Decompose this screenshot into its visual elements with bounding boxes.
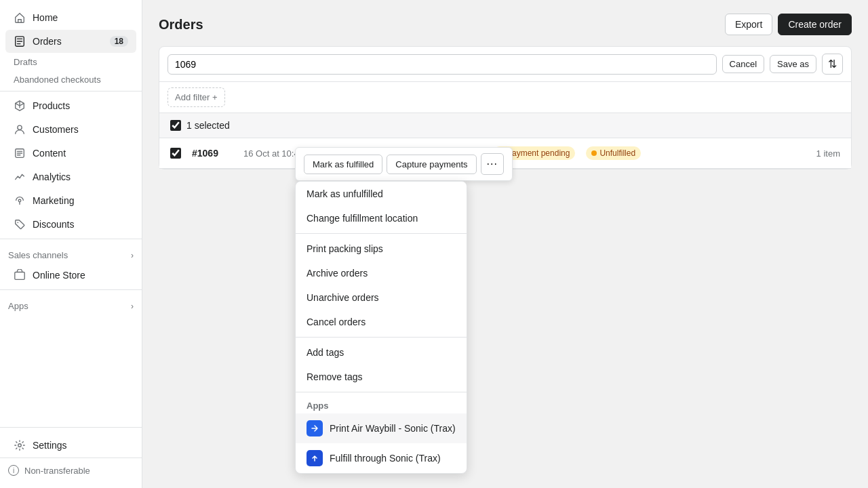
dropdown-item-unarchive[interactable]: Unarchive orders	[296, 285, 467, 310]
sidebar-sub-drafts[interactable]: Drafts	[5, 54, 136, 70]
dropdown-item-change-location[interactable]: Change fulfillment location	[296, 206, 467, 230]
chevron-right-icon: ›	[131, 251, 134, 260]
non-transferable[interactable]: i Non-transferable	[0, 458, 142, 483]
sidebar-item-customers[interactable]: Customers	[5, 118, 136, 141]
chevron-right-apps-icon: ›	[131, 302, 134, 311]
dropdown-item-label: Print packing slips	[307, 243, 383, 254]
orders-badge: 18	[110, 36, 128, 47]
dropdown-item-label: Unarchive orders	[307, 292, 379, 303]
content-icon	[14, 147, 26, 159]
action-toolbar: Mark as fulfilled Capture payments ···	[295, 147, 513, 181]
filter-bar: Add filter +	[159, 82, 851, 113]
dropdown-item-archive[interactable]: Archive orders	[296, 261, 467, 285]
capture-payments-button[interactable]: Capture payments	[387, 155, 476, 174]
dropdown-item-label: Change fulfillment location	[307, 213, 418, 224]
order-id[interactable]: #1069	[192, 148, 233, 159]
payment-status-label: Payment pending	[507, 148, 570, 158]
non-transferable-label: Non-transferable	[24, 466, 90, 476]
ellipsis-icon: ···	[487, 158, 498, 169]
online-store-icon	[14, 269, 26, 281]
home-icon	[14, 12, 26, 24]
dropdown-item-label: Add tags	[307, 347, 344, 358]
fulfillment-status-badge: Unfulfilled	[586, 146, 641, 160]
svg-rect-5	[15, 272, 24, 280]
apps-header[interactable]: Apps ›	[0, 296, 142, 314]
dropdown-item-add-tags[interactable]: Add tags	[296, 340, 467, 365]
dropdown-menu: Mark as unfulfilled Change fulfillment l…	[295, 181, 467, 474]
table-container: 1 selected #1069 16 Oct at 10:47 am Test…	[159, 113, 851, 169]
sidebar-item-products-label: Products	[33, 100, 70, 111]
sidebar-item-orders[interactable]: Orders 18	[5, 30, 136, 53]
fulfillment-status-label: Unfulfilled	[599, 148, 635, 158]
sidebar-item-discounts[interactable]: Discounts	[5, 213, 136, 236]
info-icon: i	[8, 465, 19, 476]
dropdown-item-cancel-orders[interactable]: Cancel orders	[296, 310, 467, 334]
dropdown-divider-2	[296, 337, 467, 338]
sidebar-item-content-label: Content	[33, 148, 66, 159]
sidebar-sub-abandoned[interactable]: Abandoned checkouts	[5, 71, 136, 88]
sidebar-item-orders-label: Orders	[33, 36, 62, 47]
dropdown-divider-3	[296, 392, 467, 392]
dropdown-apps-label: Apps	[296, 395, 467, 413]
add-filter-button[interactable]: Add filter +	[167, 87, 225, 107]
dropdown-app-item-1[interactable]: Fulfill through Sonic (Trax)	[296, 443, 467, 473]
main-content: Orders Export Create order Cancel Save a…	[142, 0, 868, 488]
app-icon-1	[307, 450, 323, 466]
svg-point-1	[18, 125, 22, 129]
dropdown-app-item-0[interactable]: Print Air Waybill - Sonic (Trax)	[296, 413, 467, 443]
sidebar-item-content[interactable]: Content	[5, 142, 136, 165]
apps-label: Apps	[8, 301, 28, 311]
dropdown-item-label: Mark as unfulfilled	[307, 188, 383, 199]
save-as-button[interactable]: Save as	[770, 55, 816, 73]
customers-icon	[14, 123, 26, 136]
sidebar: Home Orders 18 Drafts Abandoned checkout…	[0, 0, 142, 488]
order-items: 1 item	[816, 148, 840, 159]
header-actions: Export Create order	[725, 14, 852, 35]
orders-icon	[14, 35, 26, 47]
dropdown-item-label: Archive orders	[307, 268, 368, 279]
sidebar-item-analytics[interactable]: Analytics	[5, 165, 136, 188]
sidebar-item-home[interactable]: Home	[5, 6, 136, 29]
svg-point-6	[18, 444, 22, 447]
select-all-checkbox[interactable]	[170, 120, 181, 131]
discounts-icon	[14, 218, 26, 230]
sort-button[interactable]: ⇅	[822, 54, 843, 75]
dropdown-app-item-label-1: Fulfill through Sonic (Trax)	[330, 453, 441, 464]
dropdown-app-item-label-0: Print Air Waybill - Sonic (Trax)	[330, 423, 456, 434]
sidebar-item-online-store-label: Online Store	[33, 270, 85, 281]
selection-count: 1 selected	[186, 120, 230, 131]
row-checkbox[interactable]	[170, 148, 181, 159]
sidebar-item-analytics-label: Analytics	[33, 171, 71, 182]
cancel-button[interactable]: Cancel	[722, 55, 764, 73]
more-actions-button[interactable]: ···	[481, 153, 504, 175]
settings-icon	[14, 439, 26, 451]
dropdown-item-mark-unfulfilled[interactable]: Mark as unfulfilled	[296, 182, 467, 206]
dropdown-item-label: Cancel orders	[307, 317, 366, 327]
app-icon-0	[307, 420, 323, 436]
marketing-icon	[14, 195, 26, 207]
sidebar-item-home-label: Home	[33, 12, 58, 23]
dropdown-item-label: Remove tags	[307, 371, 362, 382]
dropdown-item-print-slips[interactable]: Print packing slips	[296, 237, 467, 261]
dropdown-item-remove-tags[interactable]: Remove tags	[296, 365, 467, 389]
svg-point-4	[17, 222, 18, 223]
sidebar-item-discounts-label: Discounts	[33, 219, 74, 230]
mark-fulfilled-button[interactable]: Mark as fulfilled	[304, 155, 382, 174]
page-title: Orders	[159, 17, 203, 33]
export-button[interactable]: Export	[725, 14, 772, 35]
create-order-button[interactable]: Create order	[778, 14, 852, 35]
sidebar-item-settings[interactable]: Settings	[5, 434, 136, 457]
sidebar-item-products[interactable]: Products	[5, 94, 136, 117]
search-input[interactable]	[167, 54, 717, 75]
sidebar-item-customers-label: Customers	[33, 124, 79, 135]
sales-channels-header[interactable]: Sales channels ›	[0, 245, 142, 263]
dropdown-divider-1	[296, 233, 467, 234]
sidebar-item-marketing[interactable]: Marketing	[5, 189, 136, 212]
card-toolbar: Cancel Save as ⇅	[159, 47, 851, 82]
orders-card: Cancel Save as ⇅ Add filter + 1 selected…	[159, 46, 852, 169]
products-icon	[14, 100, 26, 112]
selection-bar: 1 selected	[159, 113, 851, 138]
sales-channels-label: Sales channels	[8, 250, 68, 260]
sidebar-item-online-store[interactable]: Online Store	[5, 264, 136, 287]
sidebar-item-marketing-label: Marketing	[33, 195, 74, 206]
